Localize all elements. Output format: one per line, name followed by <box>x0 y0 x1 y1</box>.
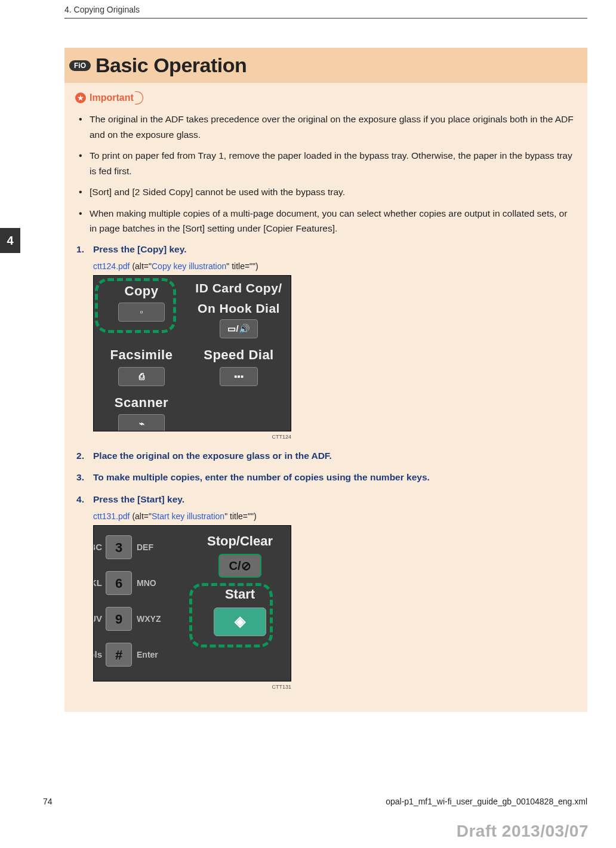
np-symbols: mbols <box>93 647 103 662</box>
facsimile-label: Facsimile <box>110 344 173 365</box>
panel-copy-key: Copy ▫ ID Card Copy/ On Hook Dial ▭/🔊 <box>93 275 291 431</box>
side-tab: 4 <box>0 228 20 253</box>
np-key-3[interactable]: 3 <box>106 535 132 559</box>
np-enter: Enter <box>134 648 165 661</box>
bullet-item: [Sort] and [2 Sided Copy] cannot be used… <box>90 184 577 200</box>
important-header: ★ Important <box>75 91 577 104</box>
stopclear-icon: C/⊘ <box>229 556 251 575</box>
speeddial-group: Speed Dial ▪▪▪ <box>190 338 287 386</box>
step-3: To make multiple copies, enter the numbe… <box>93 470 577 485</box>
step-2: Place the original on the exposure glass… <box>93 449 577 464</box>
step-2-text: Place the original on the exposure glass… <box>93 451 332 461</box>
speeddial-icon: ▪▪▪ <box>234 369 244 384</box>
figure2-file-link[interactable]: ctt131.pdf <box>93 511 130 521</box>
figure2-meta: ctt131.pdf (alt="Start key illustration"… <box>93 510 577 523</box>
side-tab-number: 4 <box>7 234 13 248</box>
np-key-hash[interactable]: # <box>106 643 132 667</box>
fio-pill: FiO <box>69 60 91 71</box>
footer-filename: opal-p1_mf1_wi-fi_user_guide_gb_00104828… <box>386 797 587 806</box>
important-arc <box>135 91 143 104</box>
facsimile-key-button[interactable]: ⎙ <box>118 367 165 386</box>
speeddial-label: Speed Dial <box>204 344 273 365</box>
np-tuv: TUV <box>93 612 103 626</box>
np-wxyz: WXYZ <box>134 612 165 625</box>
np-mno: MNO <box>134 576 165 590</box>
chapter-header: 4. Copying Originals <box>64 5 587 18</box>
fig2-alt-prefix: (alt=" <box>130 511 152 521</box>
draft-watermark: Draft 2013/03/07 <box>457 822 589 841</box>
stopclear-label: Stop/Clear <box>195 531 285 551</box>
np-key-6[interactable]: 6 <box>106 571 132 595</box>
numpad: ABC 3 DEF JKL 6 MNO TUV 9 WXYZ mbols <box>93 532 165 670</box>
copy-key-group: Copy ▫ <box>97 277 186 338</box>
important-list: The original in the ADF takes precedence… <box>75 112 577 236</box>
steps-list: Press the [Copy] key. ctt124.pdf (alt="C… <box>75 242 577 692</box>
np-def: DEF <box>134 541 165 554</box>
np-jkl: JKL <box>93 576 103 590</box>
idcard-group: ID Card Copy/ On Hook Dial ▭/🔊 <box>190 277 287 338</box>
start-icon: ◈ <box>235 610 245 633</box>
start-button[interactable]: ◈ <box>214 608 266 636</box>
figure1-caption: CTT124 <box>93 433 291 441</box>
document-icon: ▫ <box>140 305 143 319</box>
fig1-alt-text: Copy key illustration <box>152 261 226 271</box>
content-box: ★ Important The original in the ADF take… <box>64 83 587 712</box>
figure2-caption: CTT131 <box>93 683 291 691</box>
page-footer: 74 opal-p1_mf1_wi-fi_user_guide_gb_00104… <box>43 797 587 806</box>
scanner-key-button[interactable]: ⌁ <box>118 414 165 431</box>
bullet-item: The original in the ADF takes precedence… <box>90 112 577 142</box>
speeddial-key-button[interactable]: ▪▪▪ <box>220 367 258 386</box>
fig1-alt-suffix: " title="") <box>226 261 258 271</box>
step-1: Press the [Copy] key. ctt124.pdf (alt="C… <box>93 242 577 442</box>
star-icon: ★ <box>75 92 86 103</box>
figure1-meta: ctt124.pdf (alt="Copy key illustration" … <box>93 260 577 273</box>
start-stop-column: Stop/Clear C/⊘ Start ◈ <box>195 531 285 642</box>
copy-label: Copy <box>125 280 159 301</box>
fig2-alt-text: Start key illustration <box>152 511 224 521</box>
figure1: Copy ▫ ID Card Copy/ On Hook Dial ▭/🔊 <box>93 275 577 441</box>
copy-key-button[interactable]: ▫ <box>118 303 165 322</box>
scanner-icon: ⌁ <box>139 417 144 431</box>
step-4-text: Press the [Start] key. <box>93 494 184 504</box>
step-4: Press the [Start] key. ctt131.pdf (alt="… <box>93 492 577 692</box>
figure1-file-link[interactable]: ctt124.pdf <box>93 261 130 271</box>
main-content: FiO Basic Operation ★ Important The orig… <box>64 48 587 712</box>
fig1-alt-prefix: (alt=" <box>130 261 152 271</box>
idcard-key-button[interactable]: ▭/🔊 <box>220 319 258 338</box>
idcard-icon: ▭/🔊 <box>227 322 250 336</box>
step-3-text: To make multiple copies, enter the numbe… <box>93 472 430 482</box>
bullet-item: To print on paper fed from Tray 1, remov… <box>90 148 577 178</box>
scanner-label: Scanner <box>115 392 168 413</box>
facsimile-group: Facsimile ⎙ <box>97 338 186 386</box>
idcard-label-2: On Hook Dial <box>198 298 280 319</box>
title-block: FiO Basic Operation <box>64 48 587 83</box>
page-title: Basic Operation <box>96 54 247 77</box>
np-abc: ABC <box>93 540 103 554</box>
header-rule <box>64 18 587 18</box>
chapter-header-text: 4. Copying Originals <box>64 5 140 14</box>
np-key-9[interactable]: 9 <box>106 607 132 631</box>
panel-start-key: ABC 3 DEF JKL 6 MNO TUV 9 WXYZ mbols <box>93 525 291 682</box>
important-label: Important <box>90 92 134 103</box>
step-1-text: Press the [Copy] key. <box>93 244 187 254</box>
scanner-group: Scanner ⌁ <box>97 386 186 432</box>
figure2: ABC 3 DEF JKL 6 MNO TUV 9 WXYZ mbols <box>93 525 577 691</box>
stopclear-button[interactable]: C/⊘ <box>218 554 261 578</box>
start-label: Start <box>195 584 285 605</box>
bullet-item: When making multiple copies of a multi-p… <box>90 206 577 236</box>
fig2-alt-suffix: " title="") <box>224 511 256 521</box>
idcard-label-1: ID Card Copy/ <box>195 278 282 298</box>
page-number: 74 <box>43 797 53 806</box>
fax-icon: ⎙ <box>139 369 144 384</box>
